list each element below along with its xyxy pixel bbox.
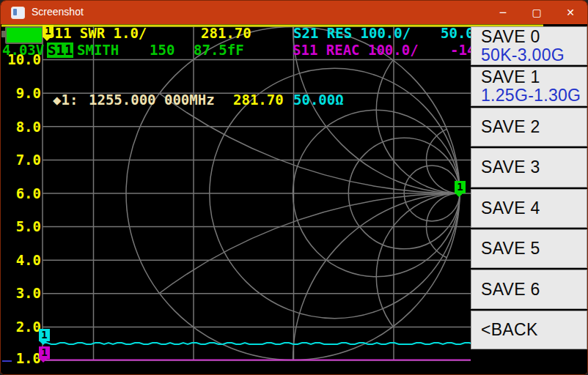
app-window: Screenshot ─ ▢ ✕ S11 SWR 1.0/ 281.70 S21… [0, 0, 588, 375]
trace1-value: 281.70 [201, 26, 251, 41]
axis-label: 2.0 [4, 319, 41, 334]
axis-label: 4.0 [4, 253, 41, 267]
trace3-format: SMITH [77, 42, 119, 58]
close-button[interactable]: ✕ [554, 1, 587, 24]
axis-label: 5.0 [4, 219, 41, 234]
menu-item-save-5[interactable]: SAVE 5 [471, 229, 587, 268]
title-bar: Screenshot ─ ▢ ✕ [1, 1, 587, 24]
menu-item-save-2[interactable]: SAVE 2 [471, 108, 587, 146]
window-title: Screenshot [32, 6, 84, 18]
side-menu: SAVE 0 50K-3.00G SAVE 1 1.25G-1.30G SAVE… [471, 26, 587, 374]
reference-level-dash [2, 360, 12, 362]
app-icon [11, 7, 25, 19]
axis-label: 8.0 [4, 119, 41, 134]
axis-label: 7.0 [4, 152, 41, 167]
axis-label: 10.0 [4, 52, 41, 67]
trace2-label: S21 RES 100.0/ [293, 26, 411, 41]
trace3-scale: 150 [150, 42, 174, 58]
marker-flag-smith[interactable]: 1 [455, 181, 466, 193]
marker-prefix: ◆1: [53, 92, 78, 108]
maximize-button[interactable]: ▢ [520, 1, 554, 24]
marker-frequency: 1255.000 000MHz [89, 92, 215, 108]
trace2-value: 50.0 [441, 26, 474, 41]
menu-item-save-0[interactable]: SAVE 0 50K-3.00G [471, 26, 587, 65]
trace3-value: 87.5fF [194, 42, 244, 58]
menu-item-back[interactable]: <BACK [471, 311, 587, 349]
axis-label: 9.0 [4, 86, 41, 100]
trace1-label: S11 SWR 1.0/ [46, 26, 147, 41]
marker-impedance-value: 50.00Ω [293, 92, 344, 108]
minimize-button[interactable]: ─ [486, 1, 520, 24]
active-channel-badge[interactable]: S11 [47, 42, 73, 58]
menu-item-save-3[interactable]: SAVE 3 [471, 148, 587, 187]
marker-flag-s21[interactable]: 1 [39, 329, 50, 341]
marker-flag-reac[interactable]: 1 [39, 346, 50, 359]
axis-label: 1.0 [4, 351, 41, 365]
axis-label: 6.0 [4, 186, 41, 201]
menu-item-save-6[interactable]: SAVE 6 [471, 270, 587, 308]
save-1-range: 1.25G-1.30G [481, 86, 587, 105]
save-0-range: 50K-3.00G [481, 46, 587, 64]
menu-item-save-1[interactable]: SAVE 1 1.25G-1.30G [471, 67, 587, 105]
marker-swr-value: 281.70 [233, 92, 284, 108]
marker-flag-swr[interactable]: 1 [43, 25, 54, 37]
trace4-label: S11 REAC 100.0/ [293, 42, 419, 58]
axis-label: 3.0 [4, 286, 41, 300]
vna-screen: S11 SWR 1.0/ 281.70 S21 RES 100.0/ 50.0 … [1, 24, 587, 374]
menu-item-save-4[interactable]: SAVE 4 [471, 189, 587, 228]
